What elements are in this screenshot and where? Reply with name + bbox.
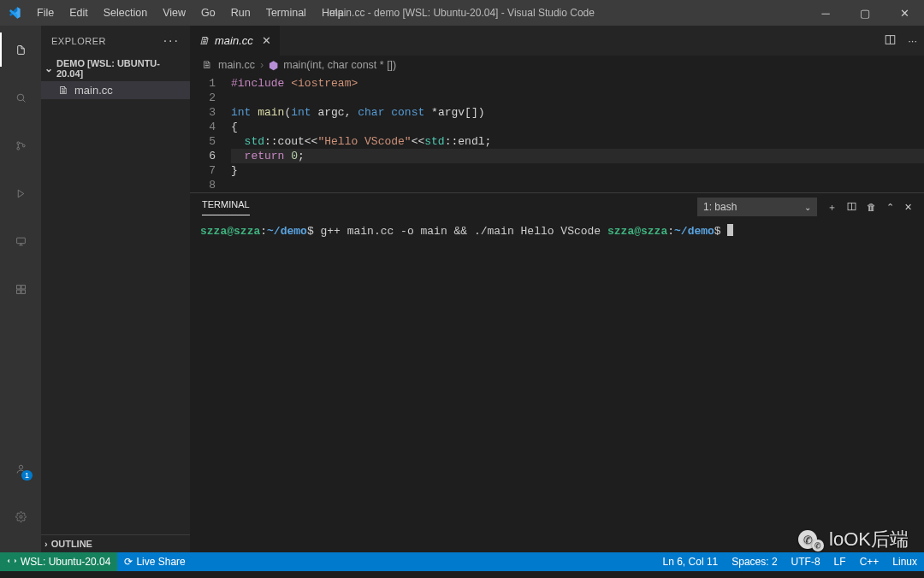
svg-point-0 [17, 94, 24, 101]
minimize-button[interactable]: ─ [806, 0, 845, 26]
settings-icon[interactable] [0, 499, 41, 534]
svg-point-10 [19, 515, 21, 517]
svg-point-9 [19, 465, 22, 469]
search-icon[interactable] [0, 80, 41, 115]
terminal-body[interactable]: szza@szza:~/demo$ g++ main.cc -o main &&… [190, 221, 924, 552]
chevron-right-icon: › [44, 539, 48, 549]
run-debug-icon[interactable] [0, 176, 41, 210]
eol[interactable]: LF [827, 556, 853, 568]
vscode-icon [0, 6, 29, 20]
file-icon: 🗎 [202, 59, 213, 71]
bottom-panel: TERMINAL 1: bash ⌄ ＋ 🗑 ⌃ ✕ szza@szza:~/d… [190, 192, 924, 552]
close-button[interactable]: ✕ [885, 0, 924, 26]
extensions-icon[interactable] [0, 272, 41, 306]
code-content[interactable]: #include <iostream> int main(int argc, c… [231, 76, 924, 192]
menu-help[interactable]: Help [314, 2, 352, 24]
sidebar: EXPLORER ··· ⌄ DEMO [WSL: UBUNTU-20.04] … [41, 26, 190, 552]
menu-selection[interactable]: Selection [96, 2, 155, 24]
symbol-icon: ⬢ [269, 59, 278, 72]
remote-indicator[interactable]: WSL: Ubuntu-20.04 [0, 552, 117, 571]
maximize-button[interactable]: ▢ [845, 0, 885, 26]
menu-run[interactable]: Run [223, 2, 258, 24]
menu-edit[interactable]: Edit [62, 2, 96, 24]
svg-rect-4 [16, 238, 25, 244]
editor-tabs: 🗎 main.cc ✕ ··· [190, 26, 924, 56]
os-indicator[interactable]: Linux [886, 556, 924, 568]
activity-bar: 1 [0, 26, 41, 552]
menu-terminal[interactable]: Terminal [258, 2, 314, 24]
close-panel-icon[interactable]: ✕ [904, 202, 912, 213]
panel-tabs: TERMINAL 1: bash ⌄ ＋ 🗑 ⌃ ✕ [190, 193, 924, 221]
svg-point-2 [16, 147, 19, 150]
cursor-position[interactable]: Ln 6, Col 11 [656, 556, 726, 568]
editor-tab[interactable]: 🗎 main.cc ✕ [190, 26, 281, 56]
menu-file[interactable]: File [29, 2, 62, 24]
breadcrumb-file[interactable]: main.cc [218, 59, 255, 71]
tab-label: main.cc [215, 34, 253, 47]
menu-bar: File Edit Selection View Go Run Terminal… [29, 2, 352, 24]
more-actions-icon[interactable]: ··· [908, 34, 917, 47]
breadcrumb-symbol[interactable]: main(int, char const * []) [283, 59, 396, 71]
encoding[interactable]: UTF-8 [785, 556, 827, 568]
svg-point-3 [22, 144, 25, 147]
new-terminal-icon[interactable]: ＋ [827, 201, 837, 214]
file-icon: 🗎 [58, 84, 69, 97]
svg-rect-6 [16, 290, 20, 293]
chevron-icon: › [260, 59, 264, 71]
status-bar: WSL: Ubuntu-20.04 ⟳ Live Share Ln 6, Col… [0, 552, 924, 571]
menu-view[interactable]: View [155, 2, 193, 24]
maximize-panel-icon[interactable]: ⌃ [886, 202, 894, 213]
remote-explorer-icon[interactable] [0, 224, 41, 258]
svg-rect-8 [21, 285, 25, 288]
tab-terminal[interactable]: TERMINAL [202, 199, 250, 215]
menu-go[interactable]: Go [193, 2, 223, 24]
liveshare-label: Live Share [136, 556, 185, 568]
chevron-down-icon: ⌄ [44, 62, 53, 74]
source-control-icon[interactable] [0, 128, 41, 162]
terminal-selector[interactable]: 1: bash ⌄ [697, 198, 817, 216]
explorer-label: EXPLORER [51, 36, 163, 46]
file-name: main.cc [74, 84, 113, 97]
indentation[interactable]: Spaces: 2 [725, 556, 784, 568]
outline-section[interactable]: › OUTLINE [41, 534, 190, 552]
file-tree-item[interactable]: 🗎 main.cc [41, 81, 190, 99]
language-mode[interactable]: C++ [853, 556, 886, 568]
sidebar-header: EXPLORER ··· [41, 26, 190, 56]
liveshare-icon: ⟳ [124, 556, 133, 568]
remote-label: WSL: Ubuntu-20.04 [21, 556, 110, 568]
accounts-icon[interactable]: 1 [0, 451, 41, 486]
split-terminal-icon[interactable] [847, 202, 856, 213]
terminal-selector-label: 1: bash [703, 201, 737, 213]
editor-area: 🗎 main.cc ✕ ··· 🗎 main.cc › ⬢ main(int, … [190, 26, 924, 552]
close-tab-icon[interactable]: ✕ [262, 34, 271, 47]
folder-name: DEMO [WSL: UBUNTU-20.04] [56, 58, 187, 79]
editor-actions: ··· [878, 26, 924, 56]
chevron-down-icon: ⌄ [804, 203, 811, 212]
split-editor-icon[interactable] [885, 34, 896, 48]
breadcrumb[interactable]: 🗎 main.cc › ⬢ main(int, char const * []) [190, 56, 924, 74]
more-icon[interactable]: ··· [163, 33, 180, 49]
line-gutter: 12345678 [190, 76, 231, 192]
outline-label: OUTLINE [51, 539, 92, 549]
svg-rect-7 [21, 290, 25, 293]
svg-rect-5 [16, 285, 20, 288]
svg-point-1 [16, 141, 19, 144]
liveshare-button[interactable]: ⟳ Live Share [117, 556, 192, 568]
kill-terminal-icon[interactable]: 🗑 [867, 202, 876, 212]
remote-icon [7, 556, 17, 569]
title-bar: File Edit Selection View Go Run Terminal… [0, 0, 924, 26]
terminal-cursor [727, 224, 733, 236]
workspace-folder[interactable]: ⌄ DEMO [WSL: UBUNTU-20.04] [41, 56, 190, 81]
file-icon: 🗎 [198, 34, 210, 47]
explorer-icon[interactable] [0, 32, 41, 67]
window-controls: ─ ▢ ✕ [806, 0, 924, 26]
code-editor[interactable]: 12345678 #include <iostream> int main(in… [190, 74, 924, 192]
accounts-badge: 1 [21, 470, 33, 481]
